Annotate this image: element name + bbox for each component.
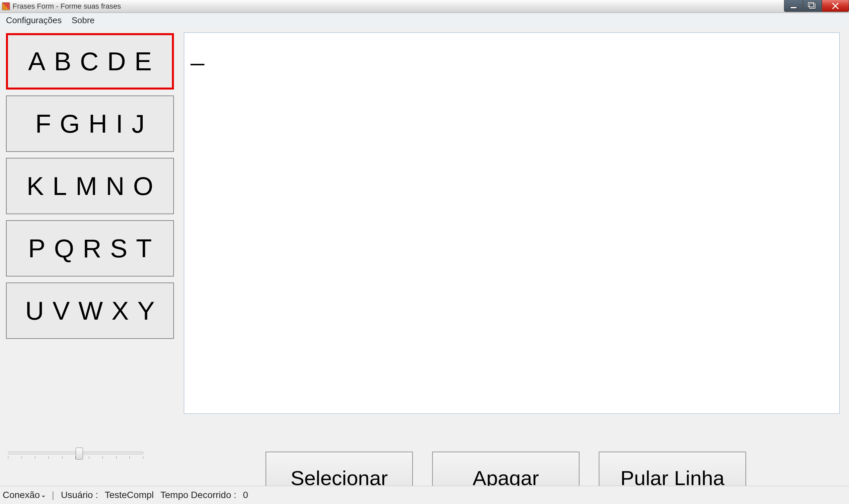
letter-group-uvwxy[interactable]: UVWXY — [6, 283, 174, 339]
letter-group-klmno[interactable]: KLMNO — [6, 158, 174, 214]
close-icon — [831, 2, 839, 10]
minimize-button[interactable] — [784, 0, 803, 12]
app-icon — [2, 2, 10, 10]
close-button[interactable] — [822, 0, 849, 12]
menu-config[interactable]: Configurações — [6, 15, 62, 25]
status-user-label: Usuário : — [61, 490, 98, 500]
maximize-icon — [809, 3, 815, 8]
minimize-icon — [790, 7, 797, 8]
slider-thumb[interactable] — [76, 448, 83, 460]
letter-group-abcde[interactable]: ABCDE — [6, 33, 174, 90]
slider-track — [8, 452, 143, 454]
menubar: Configurações Sobre — [0, 13, 849, 28]
letter-group-pqrst[interactable]: PQRST — [6, 220, 174, 276]
phrase-textarea[interactable] — [184, 33, 840, 414]
status-separator: | — [52, 490, 54, 500]
letter-group-fghij[interactable]: FGHIJ — [6, 95, 174, 152]
titlebar: Frases Form - Forme suas frases — [0, 0, 849, 13]
status-connection[interactable]: Conexão — [3, 490, 45, 500]
client-area: ABCDE FGHIJ KLMNO PQRST UVWXY Varredura … — [0, 27, 849, 486]
window-controls — [784, 0, 849, 12]
menu-about[interactable]: Sobre — [72, 15, 94, 25]
scan-speed-slider[interactable] — [8, 452, 143, 459]
status-elapsed-label: Tempo Decorrido : — [160, 490, 236, 500]
status-user-value: TesteCompl — [105, 490, 154, 500]
status-elapsed-value: 0 — [243, 490, 248, 500]
window-title: Frases Form - Forme suas frases — [13, 2, 121, 11]
statusbar: Conexão | Usuário : TesteCompl Tempo Dec… — [0, 486, 849, 504]
maximize-button[interactable] — [803, 0, 822, 12]
letter-group-column: ABCDE FGHIJ KLMNO PQRST UVWXY — [6, 33, 175, 339]
